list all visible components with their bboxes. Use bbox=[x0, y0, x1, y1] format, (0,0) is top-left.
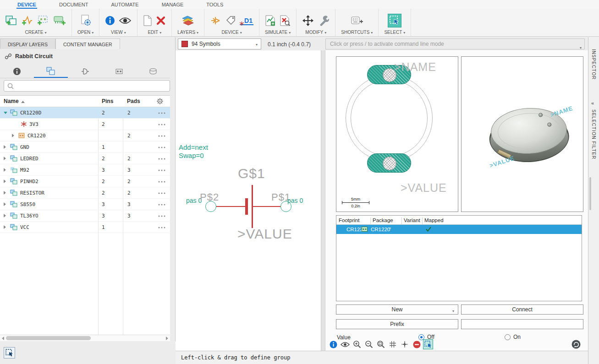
zoom-in-icon[interactable] bbox=[352, 339, 362, 349]
tab-symbols[interactable] bbox=[68, 65, 102, 78]
open-menu[interactable]: OPEN bbox=[77, 30, 93, 35]
schematic-canvas[interactable]: Add=next Swap=0 G$1 pas 0 P$2 P$1 pas 0 … bbox=[176, 50, 321, 351]
tab-content-manager[interactable]: CONTENT MANAGER bbox=[55, 38, 120, 49]
device-menu[interactable]: DEVICE bbox=[221, 30, 242, 35]
zoom-out-icon[interactable] bbox=[364, 339, 374, 349]
row-menu-button[interactable] bbox=[158, 215, 165, 217]
document-icon[interactable] bbox=[143, 15, 152, 26]
horizontal-scrollbar[interactable] bbox=[0, 335, 170, 341]
row-menu-button[interactable] bbox=[158, 124, 165, 125]
table-row[interactable]: CR1220D 2 2 bbox=[0, 107, 170, 119]
symbol-selector[interactable]: 94 Symbols bbox=[178, 38, 261, 49]
wrench-icon[interactable] bbox=[318, 15, 330, 27]
menu-document[interactable]: DOCUMENT bbox=[58, 1, 89, 9]
inspector-tab[interactable]: INSPECTOR bbox=[591, 49, 596, 80]
grid-icon[interactable] bbox=[388, 339, 398, 349]
column-name[interactable]: Name bbox=[4, 98, 25, 104]
tag-icon[interactable] bbox=[225, 15, 236, 26]
row-menu-button[interactable] bbox=[158, 147, 165, 148]
table-row[interactable]: CR1220 2 bbox=[0, 130, 170, 141]
expand-caret-icon[interactable] bbox=[4, 157, 6, 160]
expand-caret-icon[interactable] bbox=[4, 145, 6, 149]
new-package-icon[interactable] bbox=[52, 15, 66, 26]
tab-library-info[interactable] bbox=[0, 65, 34, 78]
tab-footprints[interactable] bbox=[102, 65, 136, 78]
scrollbar-thumb[interactable] bbox=[6, 336, 91, 340]
delete-icon[interactable] bbox=[156, 16, 166, 26]
info-icon[interactable] bbox=[105, 16, 115, 26]
expand-caret-icon[interactable] bbox=[4, 202, 6, 206]
device-annotation-icon[interactable]: D1 bbox=[240, 16, 253, 25]
row-menu-button[interactable] bbox=[158, 181, 165, 183]
create-menu[interactable]: CREATE bbox=[25, 30, 47, 35]
scroll-right-icon[interactable] bbox=[166, 337, 168, 340]
menu-manage[interactable]: MANAGE bbox=[161, 1, 185, 9]
package-3d-preview[interactable]: >NAME >VALUE bbox=[461, 56, 583, 212]
pin-target-right[interactable] bbox=[280, 201, 291, 212]
table-row[interactable]: GND 1 bbox=[0, 141, 170, 153]
connect-button[interactable]: Connect bbox=[461, 304, 583, 315]
layers-menu[interactable]: LAYERS bbox=[177, 30, 198, 35]
canvas-vertical-scrollbar[interactable] bbox=[321, 50, 325, 351]
menu-automate[interactable]: AUTOMATE bbox=[110, 1, 140, 9]
orbit-icon[interactable] bbox=[571, 339, 581, 349]
table-row[interactable]: VCC 1 bbox=[0, 222, 170, 233]
column-pads[interactable]: Pads bbox=[127, 98, 140, 104]
view-menu[interactable]: VIEW bbox=[111, 30, 126, 35]
tab-display-layers[interactable]: DISPLAY LAYERS bbox=[0, 38, 55, 49]
modify-menu[interactable]: MODIFY bbox=[305, 30, 326, 35]
select-menu[interactable]: SELECT bbox=[384, 30, 405, 35]
footprint-preview[interactable]: >NAME >VALUE 5mm 0.2in bbox=[336, 56, 458, 212]
tab-packages-3d[interactable] bbox=[136, 65, 170, 78]
expand-caret-icon[interactable] bbox=[4, 225, 6, 229]
select-tool-icon[interactable] bbox=[388, 14, 401, 27]
info-icon[interactable] bbox=[328, 339, 338, 349]
new-symbol-icon[interactable] bbox=[21, 15, 33, 26]
row-menu-button[interactable] bbox=[158, 112, 165, 114]
row-menu-button[interactable] bbox=[158, 192, 165, 194]
eye-icon[interactable] bbox=[119, 16, 132, 25]
table-row[interactable]: LEDRED 2 2 bbox=[0, 153, 170, 164]
collapse-caret-icon[interactable] bbox=[4, 112, 7, 114]
simulate-menu[interactable]: SIMULATE bbox=[265, 30, 291, 35]
table-settings-gear-icon[interactable] bbox=[156, 98, 164, 105]
row-menu-button[interactable] bbox=[158, 169, 165, 171]
move-icon[interactable] bbox=[302, 15, 314, 27]
new-device-icon[interactable] bbox=[5, 15, 17, 26]
selection-mode-button[interactable] bbox=[4, 347, 15, 359]
row-menu-button[interactable] bbox=[158, 227, 165, 228]
row-menu-button[interactable] bbox=[158, 135, 165, 137]
expand-caret-icon[interactable] bbox=[4, 179, 6, 183]
row-menu-button[interactable] bbox=[158, 158, 165, 160]
remove-icon[interactable] bbox=[412, 339, 422, 349]
strip-scrollbar-thumb[interactable] bbox=[589, 177, 591, 210]
menu-tools[interactable]: TOOLS bbox=[205, 1, 224, 9]
open-library-icon[interactable] bbox=[80, 15, 92, 27]
expand-caret-icon[interactable] bbox=[4, 214, 6, 217]
new-button[interactable]: New bbox=[336, 304, 458, 315]
symbol-tool-icon[interactable] bbox=[210, 15, 222, 26]
new-footprint-icon[interactable] bbox=[37, 15, 49, 26]
table-row[interactable]: M92 3 3 bbox=[0, 164, 170, 176]
shortcuts-icon[interactable] bbox=[351, 15, 363, 26]
shortcuts-menu[interactable]: SHORTCUTS bbox=[341, 30, 373, 35]
table-row[interactable]: S8550 3 3 bbox=[0, 199, 170, 210]
edit-menu[interactable]: EDIT bbox=[148, 30, 161, 35]
crosshair-icon[interactable] bbox=[400, 339, 410, 349]
table-row[interactable]: PINHD2 2 2 bbox=[0, 176, 170, 187]
zoom-fit-icon[interactable] bbox=[376, 339, 386, 349]
simulate-doc-icon[interactable] bbox=[265, 15, 276, 26]
prefix-value-input[interactable] bbox=[461, 319, 583, 329]
mapping-row-selected[interactable]: CR1220 CR1220 " bbox=[336, 225, 582, 234]
simulate-error-icon[interactable] bbox=[280, 15, 291, 26]
column-pins[interactable]: Pins bbox=[102, 98, 113, 104]
expand-caret-icon[interactable] bbox=[4, 191, 6, 195]
search-input[interactable] bbox=[16, 83, 170, 89]
menu-device[interactable]: DEVICE bbox=[16, 1, 37, 9]
scroll-left-icon[interactable] bbox=[2, 337, 4, 340]
select-mode-icon[interactable] bbox=[423, 339, 433, 349]
layers-icon[interactable] bbox=[181, 15, 194, 27]
command-line-input[interactable] bbox=[325, 38, 585, 49]
expand-caret-icon[interactable] bbox=[12, 134, 14, 137]
table-row[interactable]: TL36YO 3 3 bbox=[0, 210, 170, 222]
